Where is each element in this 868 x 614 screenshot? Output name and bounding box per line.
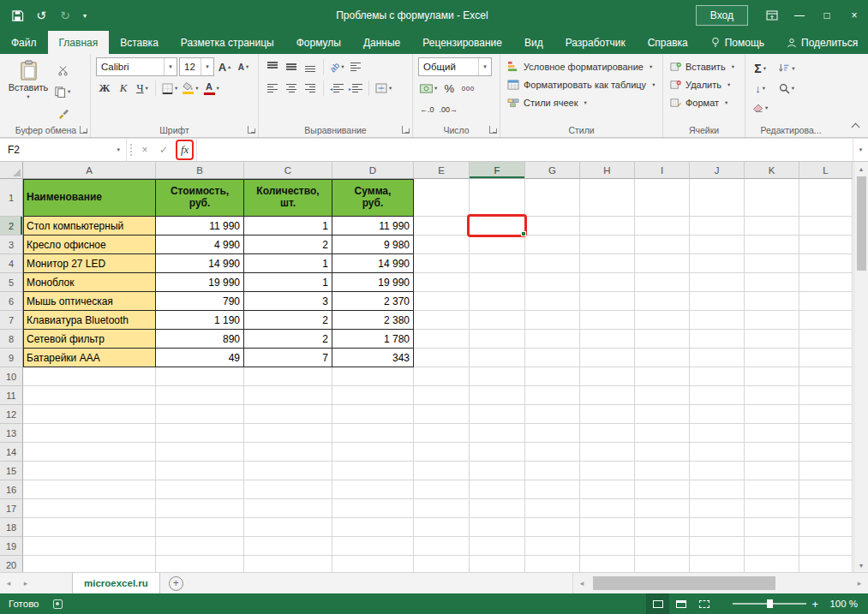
enter-button[interactable]: ✓ bbox=[154, 139, 173, 161]
save-button[interactable] bbox=[7, 4, 27, 27]
row-header-11[interactable]: 11 bbox=[0, 386, 23, 405]
cell-A2[interactable]: Стол компьютерный bbox=[23, 217, 156, 235]
sheet-nav-right-icon[interactable]: ▸ bbox=[17, 573, 34, 593]
tab-developer[interactable]: Разработчик bbox=[554, 31, 637, 54]
tab-file[interactable]: Файл bbox=[0, 31, 48, 54]
cell-E14[interactable] bbox=[414, 443, 470, 462]
cell-D7[interactable]: 2 380 bbox=[332, 311, 414, 330]
cell-I9[interactable] bbox=[635, 349, 690, 367]
vertical-scrollbar[interactable]: ▴ ▾ bbox=[853, 162, 868, 572]
cell-K20[interactable] bbox=[745, 556, 799, 572]
insert-cells-button[interactable]: Вставить ▾ bbox=[668, 57, 736, 75]
cell-F5[interactable] bbox=[470, 273, 525, 292]
row-header-6[interactable]: 6 bbox=[0, 292, 23, 311]
cell-I4[interactable] bbox=[635, 254, 690, 273]
cell-G20[interactable] bbox=[525, 556, 580, 572]
cell-F6[interactable] bbox=[470, 292, 525, 311]
cell-K8[interactable] bbox=[745, 330, 799, 349]
cell-L6[interactable] bbox=[799, 292, 853, 311]
cell-G8[interactable] bbox=[525, 330, 580, 349]
cell-H17[interactable] bbox=[580, 499, 635, 518]
formula-bar-expand-icon[interactable]: ▾ bbox=[853, 139, 868, 161]
cell-B15[interactable] bbox=[156, 462, 244, 480]
tab-home[interactable]: Главная bbox=[48, 31, 110, 54]
align-left-button[interactable] bbox=[264, 79, 281, 98]
grow-font-button[interactable]: А▴ bbox=[216, 57, 233, 76]
cell-K14[interactable] bbox=[745, 443, 799, 462]
cell-A10[interactable] bbox=[23, 367, 156, 386]
cell-H7[interactable] bbox=[580, 311, 635, 330]
column-header-L[interactable]: L bbox=[799, 162, 853, 179]
format-painter-button[interactable] bbox=[53, 104, 72, 122]
cell-C19[interactable] bbox=[244, 537, 332, 556]
row-header-7[interactable]: 7 bbox=[0, 311, 23, 330]
cell-F20[interactable] bbox=[470, 556, 525, 572]
cell-C11[interactable] bbox=[244, 386, 332, 405]
column-header-C[interactable]: C bbox=[244, 162, 332, 179]
cell-I13[interactable] bbox=[635, 424, 690, 443]
cell-B3[interactable]: 4 990 bbox=[156, 235, 244, 254]
formula-bar-drag-handle[interactable] bbox=[130, 144, 132, 156]
cell-C12[interactable] bbox=[244, 405, 332, 424]
cell-B19[interactable] bbox=[156, 537, 244, 556]
cell-C15[interactable] bbox=[244, 462, 332, 480]
column-header-H[interactable]: H bbox=[580, 162, 635, 179]
cell-A14[interactable] bbox=[23, 443, 156, 462]
select-all-corner[interactable] bbox=[0, 162, 23, 179]
row-header-19[interactable]: 19 bbox=[0, 537, 23, 556]
cell-I8[interactable] bbox=[635, 330, 690, 349]
cell-C8[interactable]: 2 bbox=[244, 330, 332, 349]
cell-J9[interactable] bbox=[690, 349, 745, 367]
cell-L1[interactable] bbox=[799, 179, 853, 217]
cell-C18[interactable] bbox=[244, 518, 332, 537]
cell-J20[interactable] bbox=[690, 556, 745, 572]
cell-F1[interactable] bbox=[470, 179, 525, 217]
cell-C3[interactable]: 2 bbox=[244, 235, 332, 254]
cell-I17[interactable] bbox=[635, 499, 690, 518]
cell-D5[interactable]: 19 990 bbox=[332, 273, 414, 292]
cell-J5[interactable] bbox=[690, 273, 745, 292]
cell-H2[interactable] bbox=[580, 217, 635, 235]
cell-I12[interactable] bbox=[635, 405, 690, 424]
sheet-tab-active[interactable]: microexcel.ru bbox=[72, 573, 160, 593]
cell-D6[interactable]: 2 370 bbox=[332, 292, 414, 311]
orientation-button[interactable]: ab▾ bbox=[328, 57, 345, 76]
cell-K16[interactable] bbox=[745, 480, 799, 499]
share-button[interactable]: Поделиться bbox=[775, 31, 868, 54]
row-header-20[interactable]: 20 bbox=[0, 556, 23, 572]
cell-B4[interactable]: 14 990 bbox=[156, 254, 244, 273]
cell-D14[interactable] bbox=[332, 443, 414, 462]
align-center-button[interactable] bbox=[283, 79, 300, 98]
cell-E3[interactable] bbox=[414, 235, 470, 254]
cell-E19[interactable] bbox=[414, 537, 470, 556]
cell-B14[interactable] bbox=[156, 443, 244, 462]
fill-handle[interactable] bbox=[521, 231, 526, 236]
cell-D16[interactable] bbox=[332, 480, 414, 499]
cell-K17[interactable] bbox=[745, 499, 799, 518]
horizontal-scrollbar[interactable]: ◂ ▸ bbox=[572, 573, 868, 593]
cell-styles-button[interactable]: Стили ячеек ▾ bbox=[506, 93, 656, 111]
decrease-decimal-button[interactable]: .00→ bbox=[438, 100, 460, 119]
cell-B13[interactable] bbox=[156, 424, 244, 443]
fill-color-button[interactable]: ▾ bbox=[181, 79, 200, 98]
cell-C9[interactable]: 7 bbox=[244, 349, 332, 367]
row-header-10[interactable]: 10 bbox=[0, 367, 23, 386]
cell-E12[interactable] bbox=[414, 405, 470, 424]
clear-button[interactable]: ▾ bbox=[751, 98, 769, 117]
cell-L16[interactable] bbox=[799, 480, 853, 499]
cell-B16[interactable] bbox=[156, 480, 244, 499]
cell-E18[interactable] bbox=[414, 518, 470, 537]
paste-button[interactable]: Вставить ▾ bbox=[7, 57, 50, 122]
row-header-8[interactable]: 8 bbox=[0, 330, 23, 349]
cell-J6[interactable] bbox=[690, 292, 745, 311]
zoom-level[interactable]: 100 % bbox=[829, 599, 868, 609]
sheet-nav-left-icon[interactable]: ◂ bbox=[0, 573, 17, 593]
cell-D4[interactable]: 14 990 bbox=[332, 254, 414, 273]
cell-J16[interactable] bbox=[690, 480, 745, 499]
format-cells-button[interactable]: Формат ▾ bbox=[668, 93, 736, 111]
cell-L17[interactable] bbox=[799, 499, 853, 518]
cell-D19[interactable] bbox=[332, 537, 414, 556]
cell-K3[interactable] bbox=[745, 235, 799, 254]
row-header-14[interactable]: 14 bbox=[0, 443, 23, 462]
sort-filter-button[interactable]: ▾ bbox=[776, 59, 796, 78]
